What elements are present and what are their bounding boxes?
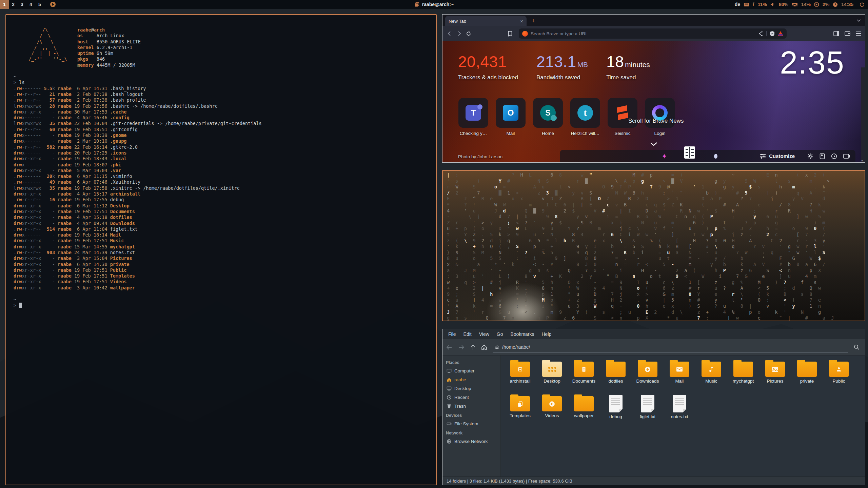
- fm-statusbar: 14 folders | 3 files: 1.4 KiB (1,433 byt…: [442, 476, 865, 485]
- fm-item-templates[interactable]: Templates: [505, 394, 536, 427]
- fm-home-button[interactable]: [481, 344, 487, 350]
- fm-item-desktop[interactable]: Desktop: [536, 360, 568, 393]
- power-icon[interactable]: [860, 2, 865, 7]
- fm-item-wallpaper[interactable]: wallpaper: [568, 394, 599, 427]
- fm-forward-button[interactable]: [458, 345, 465, 350]
- shortcut-teams[interactable]: Checking y…: [458, 98, 489, 136]
- back-button[interactable]: [447, 30, 453, 37]
- screen-cast-icon[interactable]: [843, 154, 850, 159]
- brave-shield-icon[interactable]: [770, 31, 775, 37]
- tab-new-tab[interactable]: New Tab ×: [445, 16, 527, 26]
- folder-icon: [829, 362, 849, 377]
- workspace-3[interactable]: 3: [18, 0, 26, 9]
- fm-menu-file[interactable]: File: [445, 331, 460, 337]
- brave-news-chevron-icon[interactable]: [650, 141, 657, 147]
- brave-rewards-icon[interactable]: [778, 31, 783, 36]
- fm-item-mychatgpt[interactable]: mychatgpt: [728, 360, 759, 393]
- terminal-window[interactable]: /\ / \ /\ \ / ,, \ / | | -\ /_-'' ''-_\ …: [5, 14, 437, 485]
- fm-item-debug[interactable]: debug: [600, 394, 631, 427]
- share-icon[interactable]: [758, 31, 763, 36]
- tab-search-chevron-icon[interactable]: [857, 17, 861, 23]
- history-icon[interactable]: [831, 153, 837, 159]
- cpu-value[interactable]: 2%: [823, 2, 829, 7]
- bookmark-icon[interactable]: [508, 31, 513, 37]
- shortcut-sharepoint[interactable]: Home: [533, 98, 563, 136]
- fm-item-archinstall[interactable]: archinstall: [505, 360, 536, 393]
- focused-window-title: raabe@arch:~: [414, 2, 454, 7]
- fm-item-public[interactable]: Public: [823, 360, 854, 393]
- memory-icon: [792, 2, 798, 6]
- wallet-icon[interactable]: [845, 31, 850, 36]
- menu-icon[interactable]: [856, 32, 861, 36]
- qtile-bar: 12345 raabe@arch:~ de / 11% 80% 14%: [0, 0, 868, 9]
- shortcut-tumblr[interactable]: Herzlich will…: [570, 98, 600, 136]
- matrix-terminal-window[interactable]: | ; - ? H L 6 8 w " M # p = ) ~ E n ( x …: [442, 170, 865, 321]
- customize-button[interactable]: Customize: [760, 153, 795, 159]
- fm-menu-view[interactable]: View: [475, 331, 493, 337]
- fm-back-button[interactable]: [446, 345, 453, 350]
- sidebar-panel-icon[interactable]: [833, 31, 839, 36]
- fm-path-bar[interactable]: /home/raabe/: [493, 342, 848, 353]
- fm-search-icon[interactable]: [854, 344, 862, 350]
- workspace-5[interactable]: 5: [35, 0, 44, 9]
- fm-sidebar-item-desktop[interactable]: Desktop: [442, 384, 500, 393]
- ls-row: .rw------- 49 raabe 6 Apr 07:46 .Xauthor…: [14, 179, 429, 185]
- document-icon: [641, 395, 654, 412]
- fm-item-documents[interactable]: Documents: [568, 360, 599, 393]
- tab-close-icon[interactable]: ×: [520, 18, 523, 24]
- fm-sidebar-item-computer[interactable]: Computer: [442, 366, 500, 375]
- keyboard-layout[interactable]: de: [735, 2, 740, 7]
- shortcut-loop[interactable]: Login: [645, 98, 675, 136]
- fm-item-dotfiles[interactable]: dotfiles: [600, 360, 631, 393]
- fm-item-downloads[interactable]: Downloads: [632, 360, 663, 393]
- ls-row: drwx------ - raabe 19 Feb 18:39 .gnome: [14, 133, 429, 138]
- volume-value[interactable]: 80%: [779, 2, 788, 7]
- fm-item-pictures[interactable]: Pictures: [760, 360, 791, 393]
- forward-button[interactable]: [456, 30, 462, 37]
- fm-file-grid: archinstallDesktopDocumentsdotfilesDownl…: [501, 355, 865, 476]
- fm-menu-go[interactable]: Go: [493, 331, 507, 337]
- workspace-1[interactable]: 1: [0, 0, 9, 9]
- clock-value: 14:35: [841, 2, 853, 7]
- memory-value[interactable]: 14%: [801, 2, 811, 7]
- url-bar[interactable]: Search Brave or type a URL: [519, 28, 787, 39]
- fm-sidebar-item-recent[interactable]: Recent: [442, 393, 500, 402]
- brave-news-book-icon[interactable]: [683, 144, 696, 161]
- fm-menu-help[interactable]: Help: [538, 331, 555, 337]
- fetch-info: raabe@arch os Arch Linux host B550 AORUS…: [77, 27, 141, 68]
- fm-item-notes-txt[interactable]: notes.txt: [664, 394, 695, 427]
- brave-search-icon: [522, 31, 528, 37]
- fm-up-button[interactable]: [470, 344, 476, 350]
- prompt-input[interactable]: >: [14, 303, 429, 308]
- workspace-4[interactable]: 4: [26, 0, 35, 9]
- folder-icon: [542, 396, 562, 411]
- fm-item-mail[interactable]: Mail: [664, 360, 695, 393]
- fm-sidebar-item-browse-network[interactable]: Browse Network: [442, 437, 500, 446]
- ls-row: drwxr-xr-x - raabe 5 Mar 10:04 .var: [14, 168, 429, 174]
- fm-item-music[interactable]: Music: [696, 360, 727, 393]
- brightness-value[interactable]: 11%: [758, 2, 767, 7]
- brave-browser-window[interactable]: New Tab × + Search Brave or type a URL: [442, 14, 865, 163]
- fm-menu-edit[interactable]: Edit: [460, 331, 475, 337]
- workspace-2[interactable]: 2: [9, 0, 18, 9]
- save-bookmark-icon[interactable]: [820, 153, 825, 159]
- fm-sidebar-item-trash[interactable]: Trash: [442, 402, 500, 410]
- fm-sidebar: PlacesComputerraabeDesktopRecentTrashDev…: [442, 355, 501, 476]
- ls-row: drwxr-xr-x - raabe 3 Apr 10:42 wallpaper: [14, 285, 429, 291]
- system-tray: de / 11% 80% 14% 2% 14:35: [735, 1, 868, 7]
- shortcut-seismic[interactable]: Seismic: [607, 98, 638, 136]
- shortcut-outlook[interactable]: Mail: [495, 98, 526, 136]
- fm-item-private[interactable]: private: [791, 360, 823, 393]
- new-tab-button[interactable]: +: [531, 17, 535, 26]
- browser-scrollbar[interactable]: [861, 67, 865, 162]
- fm-item-videos[interactable]: Videos: [536, 394, 568, 427]
- launcher-icon[interactable]: [50, 2, 56, 7]
- file-manager-window[interactable]: FileEditViewGoBookmarksHelp /home/raabe/…: [442, 329, 865, 485]
- fm-sidebar-item-file-system[interactable]: File System: [442, 419, 500, 428]
- outlook-icon: [503, 105, 518, 121]
- fm-menu-bookmarks[interactable]: Bookmarks: [507, 331, 538, 337]
- fm-sidebar-item-raabe[interactable]: raabe: [442, 375, 500, 384]
- reload-button[interactable]: [466, 30, 472, 37]
- settings-gear-icon[interactable]: [807, 153, 813, 159]
- fm-item-figlet-txt[interactable]: figlet.txt: [632, 394, 663, 427]
